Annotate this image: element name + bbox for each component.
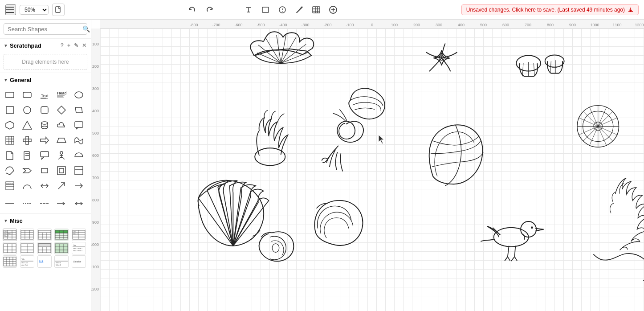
svg-rect-111 <box>38 244 51 247</box>
svg-text:___  ___: ___ ___ <box>55 258 61 260</box>
search-input[interactable] <box>8 26 82 33</box>
shape-frame[interactable] <box>54 164 69 178</box>
shape-line-box[interactable] <box>72 164 86 178</box>
shape-callout[interactable] <box>37 148 52 163</box>
misc-grid-1[interactable] <box>3 242 17 254</box>
shape-square[interactable] <box>3 103 17 117</box>
zoom-select[interactable]: 50% 75% 100% 150% <box>20 5 49 15</box>
shape-table-shape[interactable] <box>3 133 17 147</box>
scratchpad-help-icon[interactable]: ? <box>60 41 65 49</box>
shape-small-rect[interactable] <box>37 164 52 178</box>
rectangle-tool-button[interactable] <box>259 4 272 16</box>
canvas-area[interactable]: 0 100 200 300 400 500 600 700 800 900 10… <box>91 20 644 311</box>
svg-point-154 <box>255 148 285 165</box>
shape-cylinder[interactable] <box>37 118 52 132</box>
svg-point-40 <box>60 151 63 154</box>
canvas-content[interactable] <box>100 29 644 311</box>
table-tool-button[interactable] <box>310 4 322 16</box>
svg-line-141 <box>257 53 281 63</box>
undo-button[interactable] <box>186 4 199 16</box>
line-dashed-1[interactable] <box>20 196 34 211</box>
note-tool-button[interactable] <box>276 4 289 16</box>
shape-cloud[interactable] <box>54 118 69 132</box>
shape-page[interactable] <box>20 148 34 163</box>
shape-diamond[interactable] <box>54 103 69 117</box>
shape-wave[interactable] <box>72 133 86 147</box>
toolbar-right: Unsaved changes. Click here to save. (La… <box>461 4 639 15</box>
main-area: 🔍 ▼ Scratchpad ? + ✎ ✕ Drag elements her… <box>0 20 644 311</box>
general-header[interactable]: ▼ General <box>0 74 91 86</box>
misc-table-1[interactable]: Title Value 1 Value 2 Value 3 <box>3 229 17 241</box>
shape-partial-circle[interactable] <box>3 164 17 178</box>
misc-header[interactable]: ▼ Misc <box>0 215 91 227</box>
misc-label-line[interactable]: ___ ___ Value 1 Value 2 <box>54 255 69 268</box>
line-arrow[interactable] <box>54 196 69 211</box>
search-wrapper: 🔍 <box>4 23 87 35</box>
search-icon[interactable]: 🔍 <box>82 25 90 33</box>
seagull <box>481 221 543 261</box>
shape-heading[interactable]: Heading <box>54 88 69 102</box>
scratchpad-title: Scratchpad <box>10 42 58 49</box>
shape-semicircle[interactable] <box>72 148 86 163</box>
misc-table-2[interactable] <box>20 229 34 241</box>
shape-hexagon[interactable] <box>3 118 17 132</box>
misc-grid-2[interactable] <box>20 242 34 254</box>
scratchpad-add-icon[interactable]: + <box>66 41 71 49</box>
shape-rectangle[interactable] <box>3 88 17 102</box>
shape-trapezoid[interactable] <box>54 133 69 147</box>
svg-marker-19 <box>75 107 82 113</box>
pen-tool-button[interactable] <box>293 4 306 16</box>
scratchpad-edit-icon[interactable]: ✎ <box>73 41 79 49</box>
misc-lines-item[interactable]: Title Value 1 Value 2 Value 3 Value 4 <box>72 242 86 254</box>
misc-table-3[interactable] <box>37 229 52 241</box>
shape-text[interactable]: Text <box>37 88 52 102</box>
shape-arrow-right[interactable] <box>72 179 86 193</box>
shape-bidirectional-arrow[interactable] <box>37 179 52 193</box>
shape-arrow-shape[interactable] <box>37 133 52 147</box>
line-dashed-2[interactable] <box>37 196 52 211</box>
shape-parallelogram[interactable] <box>72 103 86 117</box>
shape-triangle[interactable] <box>20 118 34 132</box>
redo-button[interactable] <box>203 4 216 16</box>
text-tool-button[interactable] <box>242 4 255 16</box>
line-double-arrow[interactable] <box>72 196 86 211</box>
svg-rect-97 <box>4 244 16 253</box>
misc-link[interactable]: Link <box>37 255 52 268</box>
shape-circle[interactable] <box>20 103 34 117</box>
misc-table-lines[interactable]: Title Value 1 <box>72 229 86 241</box>
shape-list-item[interactable]: List Item <box>3 179 17 193</box>
svg-marker-18 <box>57 106 65 114</box>
svg-rect-45 <box>41 168 48 173</box>
shape-diagonal-arrow[interactable] <box>54 179 69 193</box>
scratchpad-header[interactable]: ▼ Scratchpad ? + ✎ ✕ <box>0 39 91 52</box>
svg-rect-85 <box>55 233 68 239</box>
shape-cross[interactable] <box>20 133 34 147</box>
shape-person[interactable] <box>54 148 69 163</box>
more-shapes-button[interactable] <box>327 4 339 16</box>
shape-ellipse[interactable] <box>72 88 86 102</box>
svg-rect-27 <box>6 136 14 144</box>
misc-grid-3[interactable] <box>37 242 52 254</box>
shape-curve[interactable] <box>20 179 34 193</box>
line-solid[interactable] <box>3 196 17 211</box>
shape-rounded-rect[interactable] <box>20 88 34 102</box>
ruler-top: 0 100 200 300 400 500 600 700 800 900 10… <box>100 20 644 29</box>
scratchpad-close-icon[interactable]: ✕ <box>81 41 87 49</box>
misc-table-color[interactable] <box>54 229 69 241</box>
page-button[interactable] <box>52 4 65 16</box>
general-title: General <box>10 77 87 83</box>
misc-colored-1[interactable] <box>54 242 69 254</box>
svg-text:Value 1: Value 1 <box>56 262 61 264</box>
shape-speech-bubble[interactable] <box>72 118 86 132</box>
misc-text-block[interactable]: Title value 1 val value 2 val <box>20 255 34 268</box>
menu-button[interactable] <box>5 4 16 15</box>
download-icon <box>628 7 634 13</box>
unsaved-banner[interactable]: Unsaved changes. Click here to save. (La… <box>461 4 639 15</box>
misc-small-grid[interactable] <box>3 255 17 268</box>
shape-chevron[interactable] <box>20 164 34 178</box>
shape-doc[interactable] <box>3 148 17 163</box>
shape-rounded-square[interactable] <box>37 103 52 117</box>
svg-text:Value 3: Value 3 <box>4 235 8 237</box>
misc-variable[interactable]: Variable <box>72 255 86 268</box>
svg-text:Text: Text <box>41 94 49 98</box>
